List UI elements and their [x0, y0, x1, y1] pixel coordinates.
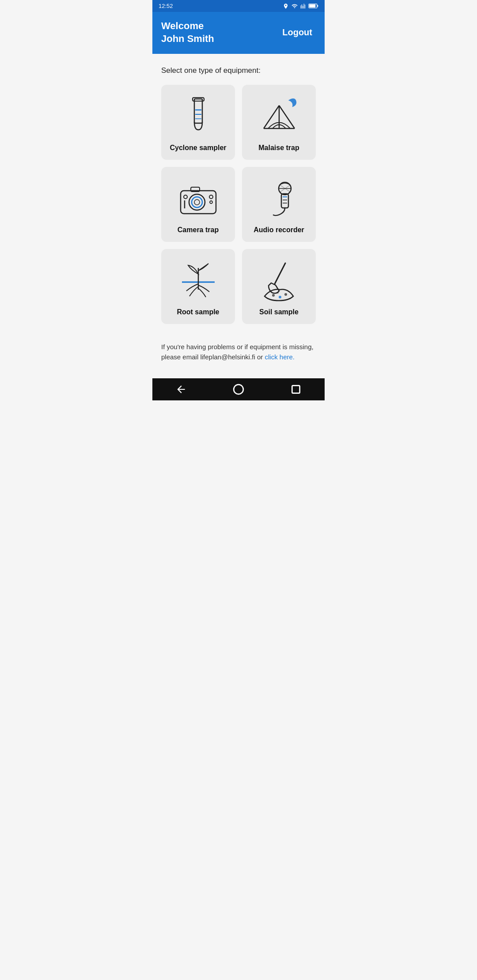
- nav-home-button[interactable]: [233, 384, 244, 395]
- svg-rect-1: [309, 4, 315, 8]
- signal-icon: [300, 3, 307, 9]
- status-bar-right: [283, 3, 318, 9]
- section-label: Select one type of equipment:: [161, 66, 316, 75]
- main-content: Select one type of equipment:: [152, 54, 325, 378]
- svg-rect-3: [194, 99, 202, 123]
- logout-button[interactable]: Logout: [279, 26, 316, 39]
- location-icon: [283, 3, 289, 9]
- svg-point-37: [234, 384, 243, 394]
- status-bar: 12:52: [152, 0, 325, 12]
- cyclone-sampler-label: Cyclone sampler: [170, 144, 226, 152]
- svg-point-34: [279, 296, 281, 298]
- svg-rect-26: [281, 194, 288, 208]
- audio-recorder-label: Audio recorder: [254, 226, 304, 234]
- footer-link[interactable]: click here.: [265, 353, 295, 361]
- soil-sample-icon: [259, 260, 299, 304]
- back-icon: [175, 384, 187, 395]
- equipment-card-soil-sample[interactable]: Soil sample: [242, 249, 316, 324]
- equipment-card-root-sample[interactable]: Root sample: [161, 249, 235, 324]
- equipment-card-camera-trap[interactable]: Camera trap: [161, 167, 235, 242]
- svg-rect-38: [292, 385, 299, 393]
- equipment-grid: Cyclone sampler: [161, 85, 316, 324]
- cyclone-sampler-icon: [178, 95, 218, 139]
- soil-sample-label: Soil sample: [259, 308, 299, 316]
- malaise-trap-label: Malaise trap: [258, 144, 299, 152]
- nav-back-button[interactable]: [175, 384, 187, 395]
- svg-rect-2: [317, 5, 318, 7]
- battery-icon: [309, 3, 318, 9]
- camera-trap-icon: [178, 177, 218, 222]
- svg-point-16: [194, 200, 200, 205]
- status-bar-left: 12:52: [159, 3, 173, 9]
- svg-point-19: [209, 195, 213, 199]
- recents-icon: [290, 384, 302, 395]
- equipment-card-cyclone-sampler[interactable]: Cyclone sampler: [161, 85, 235, 160]
- status-time: 12:52: [159, 3, 173, 9]
- svg-line-32: [275, 263, 285, 284]
- root-sample-icon: [178, 260, 218, 304]
- app-header: Welcome John Smith Logout: [152, 12, 325, 54]
- svg-point-33: [272, 294, 275, 297]
- nav-bar: [152, 378, 325, 400]
- welcome-text: Welcome John Smith: [161, 20, 214, 45]
- equipment-card-audio-recorder[interactable]: Audio recorder: [242, 167, 316, 242]
- svg-point-36: [277, 292, 279, 294]
- svg-point-20: [210, 201, 212, 204]
- svg-point-18: [184, 195, 187, 199]
- svg-point-15: [192, 197, 202, 207]
- home-icon: [233, 384, 244, 395]
- camera-trap-label: Camera trap: [178, 226, 219, 234]
- nav-recents-button[interactable]: [290, 384, 302, 395]
- svg-point-35: [284, 293, 287, 296]
- malaise-trap-icon: [259, 95, 299, 139]
- root-sample-label: Root sample: [177, 308, 219, 316]
- wifi-icon: [291, 3, 298, 9]
- audio-recorder-icon: [259, 177, 299, 222]
- footer-text: If you're having problems or if equipmen…: [161, 337, 316, 371]
- equipment-card-malaise-trap[interactable]: Malaise trap: [242, 85, 316, 160]
